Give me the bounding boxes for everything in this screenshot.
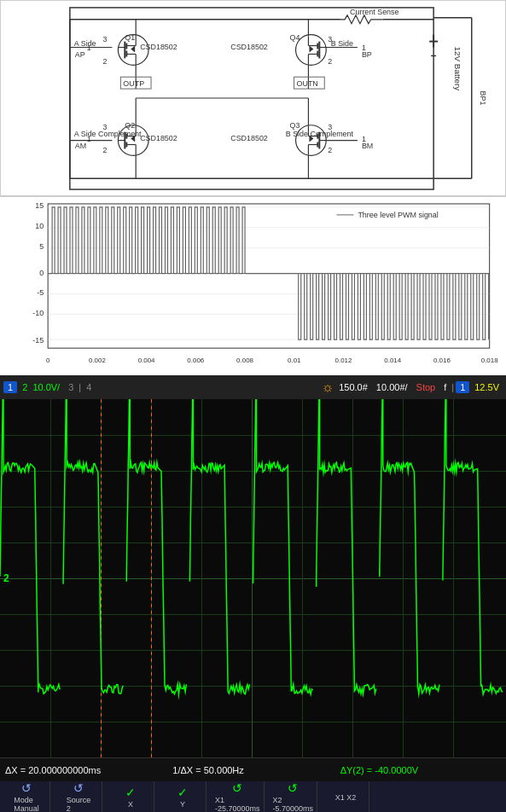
x-0-label: 0 xyxy=(46,357,50,364)
q4-pin2-label: 2 xyxy=(328,57,332,66)
trigger-freq: 150.0# xyxy=(335,382,371,392)
mode-button[interactable]: ↺ ModeManual xyxy=(3,781,50,812)
sun-icon: ☼ xyxy=(322,380,334,395)
source-label: Source2 xyxy=(67,796,91,813)
source-button[interactable]: ↺ Source2 xyxy=(55,781,102,812)
y-15-label: 15 xyxy=(35,201,44,210)
x-012-label: 0.012 xyxy=(335,357,352,364)
x2-button[interactable]: ↺ X2-5.70000ms xyxy=(270,781,318,812)
y-n10-label: -10 xyxy=(32,309,44,317)
run-stop-label: Stop xyxy=(413,382,439,392)
ch3-indicator: 3 xyxy=(65,382,77,392)
q1-part-label: CSD18502 xyxy=(140,43,177,51)
q2-pin3-label: 3 xyxy=(103,123,108,131)
q4-label: Q4 xyxy=(290,33,300,42)
outp-label: OUTP xyxy=(123,79,144,88)
battery-label: 12V Battery xyxy=(453,46,462,90)
q2-pin2-label: 2 xyxy=(103,146,108,154)
time-div: 10.00#/ xyxy=(373,382,411,392)
y-5-label: 5 xyxy=(39,242,44,251)
ch-ref: 1 xyxy=(456,381,469,393)
q1-pin1-label: 1 xyxy=(87,44,91,52)
q2-label: Q2 xyxy=(125,121,135,130)
scope-display: 2 xyxy=(0,399,506,757)
x-018-label: 0.018 xyxy=(481,357,498,364)
waveform-canvas xyxy=(0,399,506,757)
q3-pin2-label: 2 xyxy=(328,146,332,154)
y-n5-label: -5 xyxy=(37,288,44,297)
ch2-scale-label: 2 10.0V/ xyxy=(19,382,63,392)
q3-part-label: CSD18502 xyxy=(230,134,268,142)
x-button[interactable]: ✓ X xyxy=(108,781,154,812)
circuit-diagram: 12V Battery BP1 Current Sense A Side AP … xyxy=(0,0,506,196)
scope-footer-buttons: ↺ ModeManual ↺ Source2 ✓ X ✓ Y ↺ X1-25.7… xyxy=(0,781,506,812)
marker-label: f xyxy=(440,382,450,392)
q4-pin1-label: 1 xyxy=(362,44,366,52)
pwm-title: Three level PWM signal xyxy=(358,211,438,219)
ch1-indicator: 1 xyxy=(3,381,17,393)
q4-pin3-label: 3 xyxy=(328,35,332,44)
x1-rotate-icon: ↺ xyxy=(232,781,242,795)
q1-pin2-label: 2 xyxy=(103,57,108,66)
x-label: X xyxy=(128,800,133,809)
x1-label: X1-25.70000ms xyxy=(215,796,260,813)
x-004-label: 0.004 xyxy=(138,357,155,364)
q1-pin3-label: 3 xyxy=(103,35,108,44)
bp1-label: BP1 xyxy=(479,91,487,106)
delta-y-measurement: ΔY(2) = -40.0000V xyxy=(340,765,501,775)
x1-button[interactable]: ↺ X1-25.70000ms xyxy=(212,781,265,812)
mode-label: ModeManual xyxy=(14,796,39,813)
y-0-label: 0 xyxy=(39,269,44,277)
oscilloscope: 1 2 10.0V/ 3 | 4 ☼ 150.0# 10.00#/ Stop f… xyxy=(0,375,506,812)
mode-icon: ↺ xyxy=(21,781,32,795)
y-button[interactable]: ✓ Y xyxy=(160,781,206,812)
q1-label: Q1 xyxy=(125,33,135,42)
delta-x-measurement: ΔX = 20.000000000ms xyxy=(5,765,166,775)
x-006-label: 0.006 xyxy=(187,357,204,364)
q4-part-label: CSD18502 xyxy=(230,43,268,51)
ch4-indicator: 4 xyxy=(83,382,95,392)
y-checkmark-icon: ✓ xyxy=(177,786,188,799)
x-01-label: 0.01 xyxy=(288,357,301,364)
b-side-label: B Side xyxy=(331,39,353,48)
x2-label: X2-5.70000ms xyxy=(273,796,314,813)
x2-rotate-icon: ↺ xyxy=(288,781,298,795)
voltage-label: 12.5V xyxy=(471,382,503,392)
current-sense-label: Current Sense xyxy=(350,8,398,16)
x-checkmark-icon: ✓ xyxy=(125,786,136,799)
a-side-label: A Side xyxy=(74,39,96,48)
pwm-chart: 15 10 5 0 -5 -10 -15 Three level PWM sig… xyxy=(0,196,506,375)
one-over-dx-measurement: 1/ΔX = 50.000Hz xyxy=(172,765,333,775)
x-002-label: 0.002 xyxy=(89,357,106,364)
q3-pin3-label: 3 xyxy=(328,123,332,131)
source-icon: ↺ xyxy=(73,781,84,795)
q2-part-label: CSD18502 xyxy=(140,134,177,142)
q3-pin1-label: 1 xyxy=(362,135,366,143)
q2-pin1-label: 1 xyxy=(87,135,91,143)
x-016-label: 0.016 xyxy=(433,357,451,364)
scope-header: 1 2 10.0V/ 3 | 4 ☼ 150.0# 10.00#/ Stop f… xyxy=(0,375,506,399)
y-n15-label: -15 xyxy=(32,336,44,345)
x1x2-button[interactable]: X1 X2 xyxy=(323,781,369,812)
svg-marker-23 xyxy=(131,46,135,53)
scope-footer-measurements: ΔX = 20.000000000ms 1/ΔX = 50.000Hz ΔY(2… xyxy=(0,757,506,781)
ap-label: AP xyxy=(75,50,85,59)
y-10-label: 10 xyxy=(35,222,44,230)
outn-label: OUTN xyxy=(297,79,318,88)
bm-label: BM xyxy=(362,142,373,150)
y-label: Y xyxy=(180,800,185,809)
q3-label: Q3 xyxy=(290,121,300,130)
x-014-label: 0.014 xyxy=(384,357,401,364)
ch2-label: 2 xyxy=(3,572,9,584)
svg-marker-51 xyxy=(309,46,313,53)
x-008-label: 0.008 xyxy=(236,357,253,364)
am-label: AM xyxy=(75,142,86,150)
x1x2-label: X1 X2 xyxy=(335,793,357,802)
